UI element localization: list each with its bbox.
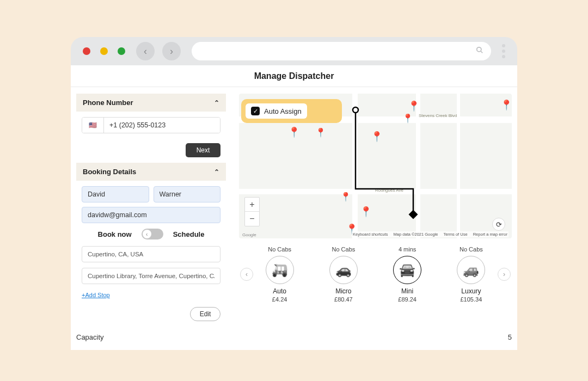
capacity-row: Capacity 5 [71, 327, 517, 341]
map-pin-icon: 📍 [315, 127, 326, 138]
last-name-input[interactable] [154, 186, 221, 202]
dropoff-input[interactable] [82, 268, 220, 284]
edit-button[interactable]: Edit [190, 307, 220, 321]
cab-price: £89.24 [398, 296, 416, 303]
map-attrib-data: Map data ©2021 Google [394, 232, 438, 237]
browser-chrome: ‹ › Manage Dispatcher Phone Number ⌃ [71, 37, 517, 350]
svg-point-0 [477, 47, 481, 52]
search-icon [476, 46, 483, 56]
cab-icon-circle: 🚙 [457, 256, 485, 284]
check-icon: ✓ [251, 107, 260, 115]
cab-name: Micro [335, 287, 351, 295]
cab-option[interactable]: No Cabs🛺Auto£4.24 [266, 246, 294, 303]
auto-assign-callout: ✓ Auto Assign [241, 99, 342, 123]
map-pin-icon: 📍 [500, 99, 512, 111]
left-panel: Phone Number ⌃ 🇺🇸 Next Booking D [76, 87, 226, 327]
next-button-label: Next [197, 146, 210, 154]
email-input[interactable] [82, 207, 220, 223]
schedule-label: Schedule [173, 230, 205, 238]
booking-mode-toggle-row: Book now ‹ Schedule [82, 229, 220, 239]
phone-section-header[interactable]: Phone Number ⌃ [76, 94, 226, 112]
map-zoom-control: + − [244, 197, 260, 226]
back-button[interactable]: ‹ [136, 42, 155, 60]
map-pin-icon: 📍 [360, 206, 372, 218]
phone-section-body: 🇺🇸 Next [76, 112, 226, 163]
book-schedule-toggle[interactable]: ‹ [142, 229, 163, 239]
vehicle-icon: 🛺 [272, 262, 288, 278]
map-attrib-shortcuts[interactable]: Keyboard shortcuts [353, 232, 388, 237]
svg-rect-3 [409, 210, 418, 219]
cab-carousel: ‹ No Cabs🛺Auto£4.24No Cabs🚗Micro£80.474 … [239, 238, 512, 303]
add-stop-link[interactable]: +Add Stop [82, 292, 110, 298]
url-bar[interactable] [192, 42, 491, 60]
map-pin-icon: 📍 [408, 100, 420, 112]
right-panel: Stevens Creek Blvd Rodrigues Ave 📍 📍 📍 📍… [239, 87, 512, 327]
chevron-up-icon: ⌃ [214, 168, 219, 176]
svg-point-2 [353, 107, 358, 113]
window-close-dot[interactable] [83, 47, 90, 55]
carousel-next-button[interactable]: › [498, 268, 511, 281]
zoom-out-button[interactable]: − [245, 212, 259, 226]
map-provider-logo: Google [242, 232, 256, 237]
window-maximize-dot[interactable] [118, 47, 125, 55]
map-reload-button[interactable]: ⟳ [492, 218, 505, 231]
cab-wait-label: No Cabs [460, 246, 483, 253]
cab-name: Mini [401, 287, 413, 295]
capacity-value: 5 [508, 333, 512, 341]
cab-icon-circle: 🚗 [329, 256, 358, 284]
first-name-input[interactable] [82, 186, 149, 202]
cab-wait-label: No Cabs [332, 246, 355, 253]
svg-line-1 [481, 51, 483, 53]
edit-button-label: Edit [200, 310, 211, 318]
page-title: Manage Dispatcher [254, 71, 334, 81]
carousel-prev-button[interactable]: ‹ [240, 268, 253, 281]
booking-section-label: Booking Details [83, 168, 136, 176]
phone-section-label: Phone Number [83, 99, 133, 107]
cab-price: £105.34 [460, 296, 482, 303]
cab-price: £80.47 [334, 296, 353, 303]
toggle-knob: ‹ [143, 230, 151, 238]
cab-wait-label: 4 mins [399, 246, 416, 253]
phone-number-input[interactable] [104, 118, 220, 133]
vehicle-icon: 🚗 [335, 262, 352, 278]
booking-section-header[interactable]: Booking Details ⌃ [76, 163, 226, 181]
auto-assign-checkbox[interactable]: ✓ Auto Assign [246, 103, 307, 119]
cab-name: Auto [273, 287, 286, 295]
capacity-label: Capacity [76, 333, 104, 341]
browser-menu-button[interactable] [502, 44, 505, 58]
cab-icon-circle: 🛺 [266, 256, 294, 284]
app-content: Manage Dispatcher Phone Number ⌃ 🇺🇸 [71, 65, 517, 350]
map-attrib-terms[interactable]: Terms of Use [443, 232, 467, 237]
map-pin-icon: 📍 [340, 192, 351, 202]
map-attrib-report[interactable]: Report a map error [473, 232, 507, 237]
window-minimize-dot[interactable] [100, 47, 108, 55]
map[interactable]: Stevens Creek Blvd Rodrigues Ave 📍 📍 📍 📍… [239, 94, 512, 238]
cab-icon-circle: 🚘 [393, 256, 421, 284]
phone-input-row: 🇺🇸 [82, 117, 220, 133]
chevron-left-icon: ‹ [144, 46, 147, 57]
booking-section-body: Book now ‹ Schedule +Add Stop Edit [76, 181, 226, 327]
cab-price: £4.24 [272, 296, 287, 303]
flag-icon: 🇺🇸 [89, 121, 97, 129]
vehicle-icon: 🚘 [399, 262, 415, 278]
country-flag-selector[interactable]: 🇺🇸 [82, 118, 104, 133]
page-title-bar: Manage Dispatcher [71, 65, 517, 87]
zoom-in-button[interactable]: + [245, 198, 259, 212]
pickup-input[interactable] [82, 246, 220, 262]
cab-option[interactable]: 4 mins🚘Mini£89.24 [393, 246, 421, 303]
reload-icon: ⟳ [496, 220, 502, 229]
cab-name: Luxury [461, 287, 481, 295]
auto-assign-label: Auto Assign [264, 107, 302, 115]
cab-option[interactable]: No Cabs🚙Luxury£105.34 [457, 246, 485, 303]
book-now-label: Book now [98, 230, 132, 238]
forward-button[interactable]: › [162, 42, 181, 60]
title-bar: ‹ › [71, 37, 517, 65]
map-attribution: Keyboard shortcuts Map data ©2021 Google… [352, 231, 509, 237]
vehicle-icon: 🚙 [463, 262, 479, 278]
cab-wait-label: No Cabs [268, 246, 291, 253]
next-button[interactable]: Next [186, 143, 220, 157]
cab-option[interactable]: No Cabs🚗Micro£80.47 [329, 246, 358, 303]
cab-list: No Cabs🛺Auto£4.24No Cabs🚗Micro£80.474 mi… [253, 246, 498, 303]
map-pin-icon: 📍 [288, 126, 300, 138]
chevron-up-icon: ⌃ [214, 99, 219, 107]
